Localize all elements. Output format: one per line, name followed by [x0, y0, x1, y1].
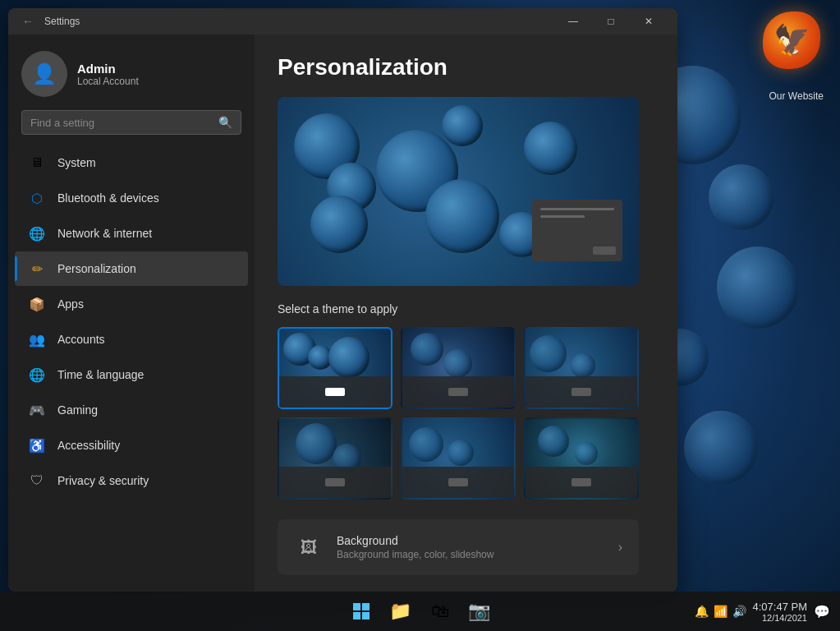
- taskbar: 📁 🛍 📷 🔔 📶 🔊 4:07:47 PM 12/14/2021 💬: [0, 592, 840, 631]
- dialog-line: [540, 215, 585, 218]
- bluetooth-icon: ⬡: [28, 189, 46, 207]
- background-icon: 🖼: [294, 532, 324, 562]
- sidebar: 👤 Admin Local Account 🔍 🖥 System: [8, 35, 255, 592]
- notification-center-icon[interactable]: 💬: [814, 604, 830, 619]
- sidebar-item-accounts[interactable]: 👥 Accounts: [15, 322, 248, 357]
- theme-select-label: Select a theme to apply: [278, 302, 654, 316]
- clock-date: 12/14/2021: [753, 613, 808, 623]
- sidebar-item-label: Bluetooth & devices: [57, 191, 159, 205]
- page-title: Personalization: [278, 54, 654, 81]
- window-body: 👤 Admin Local Account 🔍 🖥 System: [8, 35, 677, 592]
- taskbar-center: 📁 🛍 📷: [343, 593, 498, 629]
- avatar: 👤: [21, 51, 67, 97]
- profile-info: Admin Local Account: [77, 62, 139, 87]
- theme-card-1[interactable]: [278, 327, 392, 409]
- sidebar-item-gaming[interactable]: 🎮 Gaming: [15, 393, 248, 427]
- camera-icon: 📷: [468, 601, 490, 622]
- search-icon: 🔍: [218, 116, 232, 129]
- theme-preview: [278, 97, 639, 286]
- dialog-button: [593, 246, 616, 255]
- sidebar-item-personalization[interactable]: ✏ Personalization: [15, 251, 248, 286]
- phoenix-logo: 🦅: [763, 12, 829, 77]
- profile-subtitle: Local Account: [77, 76, 139, 87]
- maximize-button[interactable]: □: [592, 8, 630, 35]
- theme-card-overlay: [402, 467, 514, 498]
- sidebar-item-label: Time & language: [57, 368, 144, 381]
- dialog-line: [540, 208, 614, 210]
- preview-dialog: [532, 200, 622, 261]
- minimize-button[interactable]: —: [554, 8, 592, 35]
- tray-icon-1[interactable]: 🔔: [695, 605, 709, 618]
- sidebar-item-label: Apps: [57, 297, 84, 311]
- file-explorer-button[interactable]: 📁: [383, 593, 419, 629]
- content-area: Personalization Select: [255, 35, 677, 592]
- theme-card-6[interactable]: [524, 417, 639, 500]
- back-button[interactable]: ←: [18, 12, 38, 31]
- theme-card-overlay: [279, 467, 391, 498]
- profile-name: Admin: [77, 62, 139, 76]
- theme-card-overlay: [526, 467, 637, 498]
- theme-card-2[interactable]: [401, 327, 516, 409]
- chevron-right-icon: ›: [618, 540, 622, 555]
- store-button[interactable]: 🛍: [422, 593, 458, 629]
- windows-icon: [353, 603, 370, 619]
- sidebar-item-label: Personalization: [57, 262, 136, 275]
- sidebar-item-accessibility[interactable]: ♿ Accessibility: [15, 428, 248, 463]
- sidebar-item-time[interactable]: 🌐 Time & language: [15, 357, 248, 392]
- avatar-icon: 👤: [32, 62, 57, 85]
- search-input[interactable]: [30, 117, 212, 129]
- accounts-icon: 👥: [28, 330, 46, 348]
- theme-card-overlay: [526, 376, 637, 408]
- apps-icon: 📦: [28, 295, 46, 313]
- sidebar-item-label: Gaming: [57, 403, 98, 417]
- theme-card-overlay: [279, 376, 391, 408]
- title-bar: ← Settings — □ ✕: [8, 8, 677, 35]
- taskbar-right: 🔔 📶 🔊 4:07:47 PM 12/14/2021 💬: [685, 592, 841, 631]
- sidebar-item-label: System: [57, 156, 96, 169]
- sidebar-item-label: Accessibility: [57, 439, 120, 452]
- navigation: 🖥 System ⬡ Bluetooth & devices 🌐 Network…: [8, 145, 255, 499]
- volume-icon[interactable]: 🔊: [732, 605, 746, 618]
- system-tray-icons: 🔔 📶 🔊: [695, 605, 746, 618]
- privacy-icon: 🛡: [28, 472, 46, 490]
- camera-button[interactable]: 📷: [461, 593, 498, 629]
- background-item-text: Background Background image, color, slid…: [337, 534, 605, 560]
- profile-section[interactable]: 👤 Admin Local Account: [8, 35, 255, 110]
- search-section: 🔍: [8, 110, 255, 145]
- close-button[interactable]: ✕: [630, 8, 668, 35]
- sidebar-item-bluetooth[interactable]: ⬡ Bluetooth & devices: [15, 181, 248, 215]
- taskbar-clock[interactable]: 4:07:47 PM 12/14/2021: [753, 601, 808, 623]
- background-settings-item[interactable]: 🖼 Background Background image, color, sl…: [278, 519, 639, 575]
- store-icon: 🛍: [431, 601, 449, 622]
- settings-window: ← Settings — □ ✕ 👤 Admin Local Account: [8, 8, 677, 592]
- search-box: 🔍: [21, 110, 241, 135]
- clock-time: 4:07:47 PM: [753, 601, 808, 613]
- system-icon: 🖥: [28, 154, 46, 172]
- theme-card-3[interactable]: [524, 327, 639, 409]
- network-icon: 🌐: [28, 224, 46, 242]
- theme-card-5[interactable]: [401, 417, 516, 500]
- sidebar-item-privacy[interactable]: 🛡 Privacy & security: [15, 463, 248, 498]
- sidebar-item-label: Network & internet: [57, 227, 152, 240]
- theme-grid: [278, 327, 639, 500]
- website-label: Our Website: [769, 90, 824, 102]
- start-button[interactable]: [343, 593, 379, 629]
- gaming-icon: 🎮: [28, 401, 46, 419]
- time-icon: 🌐: [28, 366, 46, 384]
- accessibility-icon: ♿: [28, 436, 46, 454]
- tray-icon-2[interactable]: 📶: [714, 605, 728, 618]
- theme-card-4[interactable]: [278, 417, 392, 500]
- background-item-title: Background: [337, 534, 605, 547]
- window-title: Settings: [44, 16, 554, 27]
- sidebar-item-label: Accounts: [57, 333, 105, 346]
- sidebar-item-apps[interactable]: 📦 Apps: [15, 287, 248, 321]
- folder-icon: 📁: [389, 601, 411, 622]
- sidebar-item-label: Privacy & security: [57, 474, 149, 487]
- sidebar-item-system[interactable]: 🖥 System: [15, 145, 248, 180]
- background-item-subtitle: Background image, color, slideshow: [337, 549, 605, 560]
- window-controls: — □ ✕: [554, 8, 668, 35]
- theme-card-overlay: [402, 376, 514, 408]
- sidebar-item-network[interactable]: 🌐 Network & internet: [15, 216, 248, 251]
- personalization-icon: ✏: [28, 260, 46, 278]
